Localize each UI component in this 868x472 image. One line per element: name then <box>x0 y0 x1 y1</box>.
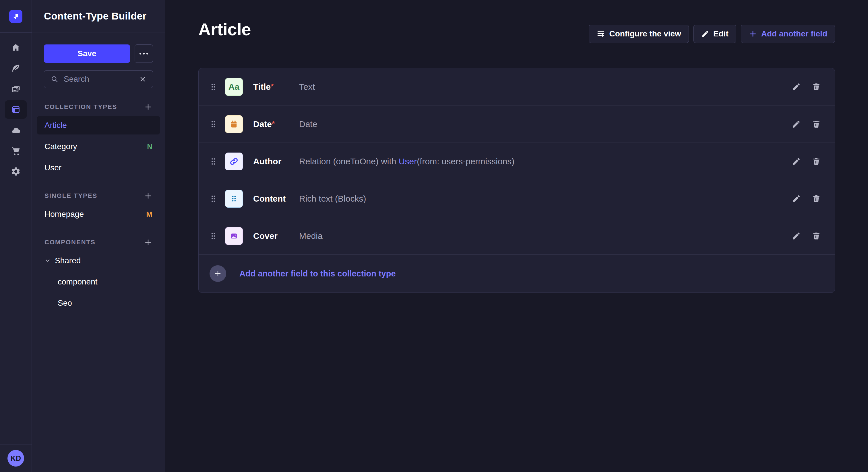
trash-icon <box>812 120 821 129</box>
strapi-logo-icon <box>9 10 22 23</box>
table-footer: Add another field to this collection typ… <box>198 255 835 293</box>
rail-item-marketplace[interactable] <box>5 142 27 160</box>
more-options-button[interactable] <box>135 44 153 63</box>
field-name: Cover <box>253 231 291 241</box>
edit-field-button[interactable] <box>792 82 801 92</box>
delete-field-button[interactable] <box>812 231 821 241</box>
chevron-down-icon <box>44 258 51 264</box>
sidebar-item-homepage[interactable]: Homepage M <box>37 205 160 224</box>
sidebar-item-shared-group[interactable]: Shared <box>37 251 160 270</box>
sidebar-item-component[interactable]: component <box>37 273 160 291</box>
field-type: Media <box>299 231 322 241</box>
clear-search-icon[interactable] <box>139 75 146 83</box>
search-input[interactable] <box>63 74 134 84</box>
rail-item-media-library[interactable] <box>5 80 27 98</box>
rail-item-settings[interactable] <box>5 162 27 181</box>
section-label: SINGLE TYPES <box>44 192 97 200</box>
plus-icon <box>144 103 152 111</box>
edit-field-button[interactable] <box>792 194 801 203</box>
edit-field-button[interactable] <box>792 120 801 129</box>
edit-button[interactable]: Edit <box>693 25 736 43</box>
section-label: COMPONENTS <box>44 239 96 246</box>
more-options-icon <box>140 53 141 55</box>
media-library-icon <box>11 84 21 94</box>
field-row-date: Date* Date <box>198 105 835 143</box>
sidebar: Content-Type Builder Save COLLECTION TYP… <box>32 0 165 472</box>
delete-field-button[interactable] <box>812 194 821 203</box>
app-title: Content-Type Builder <box>44 10 146 22</box>
configure-view-button[interactable]: Configure the view <box>589 25 689 43</box>
field-name: Content <box>253 194 291 204</box>
feather-icon <box>11 63 21 73</box>
drag-handle-icon[interactable] <box>210 232 216 240</box>
date-field-icon <box>225 115 243 133</box>
main-header: Article Configure the view Edit Add anot… <box>198 20 835 43</box>
field-type: Rich text (Blocks) <box>299 194 366 204</box>
configure-list-icon <box>596 30 605 38</box>
required-mark: * <box>271 82 274 91</box>
drag-handle-icon[interactable] <box>210 157 216 166</box>
text-field-icon: Aa <box>225 78 243 96</box>
sidebar-item-article[interactable]: Article <box>37 116 160 134</box>
sidebar-item-user[interactable]: User <box>37 159 160 177</box>
save-button[interactable]: Save <box>44 44 130 63</box>
sidebar-item-category[interactable]: Category N <box>37 137 160 156</box>
add-field-circle-button[interactable] <box>210 265 226 282</box>
field-row-cover: Cover Media <box>198 217 835 255</box>
plus-icon <box>214 270 222 278</box>
status-badge: N <box>147 142 152 151</box>
search-icon <box>51 75 59 83</box>
add-field-to-collection-link[interactable]: Add another field to this collection typ… <box>239 269 396 278</box>
plus-icon <box>144 192 152 200</box>
gear-icon <box>11 167 21 176</box>
trash-icon <box>812 82 821 92</box>
field-name: Author <box>253 157 291 166</box>
drag-handle-icon[interactable] <box>210 194 216 203</box>
delete-field-button[interactable] <box>812 157 821 166</box>
sidebar-item-seo[interactable]: Seo <box>37 294 160 312</box>
field-name: Title* <box>253 82 291 92</box>
page-title: Article <box>198 20 251 39</box>
layout-icon <box>11 105 21 114</box>
section-label: COLLECTION TYPES <box>44 103 117 111</box>
rail-item-content-type-builder[interactable] <box>5 100 27 119</box>
section-components: COMPONENTS Shared component Seo <box>32 237 165 312</box>
sidebar-header: Content-Type Builder <box>32 0 165 32</box>
cart-icon <box>11 146 21 156</box>
drag-handle-icon[interactable] <box>210 120 216 129</box>
required-mark: * <box>272 119 275 128</box>
plus-icon <box>749 30 757 38</box>
trash-icon <box>812 194 821 203</box>
add-another-field-button[interactable]: Add another field <box>741 25 835 43</box>
add-collection-type-button[interactable] <box>144 103 152 111</box>
rail-item-content-manager[interactable] <box>5 59 27 77</box>
pencil-icon <box>701 30 709 38</box>
add-component-button[interactable] <box>144 238 152 247</box>
rail-item-deploy[interactable] <box>5 121 27 139</box>
delete-field-button[interactable] <box>812 82 821 92</box>
search-box <box>44 70 153 88</box>
plus-icon <box>144 238 152 247</box>
fields-table: Aa Title* Text Date* Date Author Relatio… <box>198 68 835 293</box>
sidebar-body: Save COLLECTION TYPES Article Category N <box>32 32 165 312</box>
relation-field-icon <box>225 153 243 170</box>
field-type: Date <box>299 119 317 129</box>
add-single-type-button[interactable] <box>144 192 152 200</box>
relation-target-link[interactable]: User <box>399 157 417 166</box>
home-icon <box>11 43 21 53</box>
pencil-icon <box>792 194 801 203</box>
field-type: Relation (oneToOne) with User(from: user… <box>299 157 515 166</box>
avatar[interactable]: KD <box>7 450 24 467</box>
pencil-icon <box>792 82 801 92</box>
rail-nav <box>0 33 32 444</box>
rail-header <box>0 0 32 33</box>
pencil-icon <box>792 231 801 241</box>
cloud-icon <box>11 125 21 135</box>
trash-icon <box>812 231 821 241</box>
edit-field-button[interactable] <box>792 157 801 166</box>
edit-field-button[interactable] <box>792 231 801 241</box>
section-collection-types: COLLECTION TYPES Article Category N User <box>32 101 165 177</box>
drag-handle-icon[interactable] <box>210 82 216 91</box>
delete-field-button[interactable] <box>812 120 821 129</box>
rail-item-home[interactable] <box>5 38 27 57</box>
